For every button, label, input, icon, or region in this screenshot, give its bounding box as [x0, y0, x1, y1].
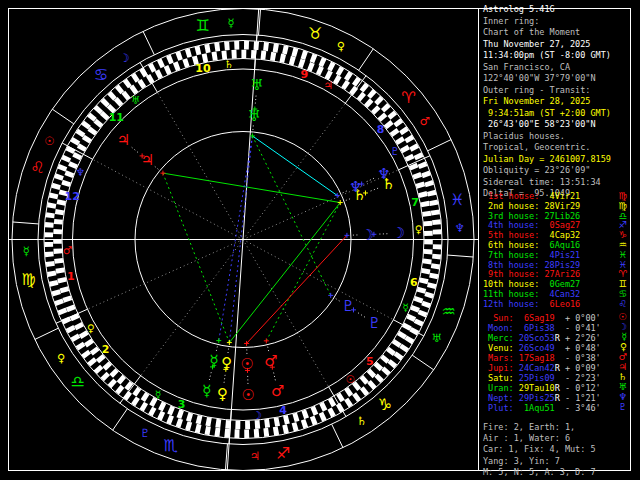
saturn-pointer-outer	[371, 187, 380, 191]
sign-boundary-line	[113, 409, 128, 430]
header-line: Obliquity = 23°26'09"	[483, 165, 630, 177]
house-cusp-spoke	[243, 240, 393, 320]
house-number-4: 4	[279, 404, 287, 417]
mercury-pointer-outer	[209, 372, 211, 382]
planet-row: Merc: 20Sco53R + 2°26'☿	[483, 333, 630, 343]
saturn-pointer-inner	[346, 198, 352, 200]
house-number-2: 2	[102, 343, 110, 356]
sign-glyph-scorpio: ♏	[164, 436, 178, 455]
planet-glyph-neptune-inner: ♆	[349, 178, 362, 196]
sign-ruler-icon-gemini: ☿	[228, 16, 235, 30]
header-line: Chart of the Moment	[483, 27, 630, 39]
sign-ruler-icon-capricorn: ♄	[357, 414, 367, 428]
sign-ruler-icon-leo: ☉	[44, 134, 54, 148]
house-cusp-spoke	[157, 92, 243, 239]
house-ruler-icon-3: ☿	[155, 388, 161, 400]
sign-glyph-sagittarius: ♐	[276, 444, 290, 463]
header-line: Sidereal time: 13:51:34	[483, 177, 630, 189]
house-cusp-spoke	[87, 240, 243, 310]
chart-header-block: Astrolog 5.41GInner ring:Chart of the Mo…	[483, 4, 630, 200]
element-statistics: Fire: 2, Earth: 1,Air : 1, Water: 6Car: …	[483, 422, 630, 478]
house-number-6: 6	[410, 276, 418, 289]
house-ruler-icon-4: ☽	[253, 409, 262, 421]
aspect-line-uranus-mercury	[219, 136, 253, 341]
planet-glyph-jupiter-outer: ♃	[117, 131, 130, 149]
house-number-10: 10	[195, 62, 211, 75]
sign-glyph-aries: ♈	[401, 88, 415, 107]
house-cusp-spoke	[243, 240, 329, 387]
sign-ruler-icon-pisces: ♆	[455, 221, 465, 235]
sign-boundary-line	[447, 255, 473, 257]
house-cusp-list: 1st house: 4Vir21♍ 2nd house: 28Vir29♍ 3…	[483, 192, 630, 310]
planet-glyph-pluto-outer: ♇	[367, 314, 380, 332]
stats-line: Car: 1, Fix: 4, Mut: 5	[483, 444, 630, 455]
aspect-line-sun-moon	[247, 235, 347, 343]
aspect-line-jupiter-venus	[163, 173, 229, 342]
mercury-marker-inner	[216, 338, 221, 343]
sign-ruler-icon-sagittarius: ♃	[250, 449, 260, 463]
planet-glyph-sun-outer: ☉	[242, 386, 255, 404]
house-number-11: 11	[109, 111, 124, 124]
sign-ruler-icon-scorpio: ♇	[140, 426, 150, 440]
sign-boundary-line	[13, 222, 39, 224]
jupiter-pointer-outer	[130, 146, 138, 152]
header-line: San Francisco, CA	[483, 62, 630, 74]
mars-marker-inner	[264, 338, 269, 343]
house-row: 12th house: 6Leo16♌	[483, 300, 630, 310]
stats-line: Air : 1, Water: 6	[483, 433, 630, 444]
sign-glyph-leo: ♌	[30, 158, 44, 177]
header-line: Outer ring - Transit:	[483, 85, 630, 97]
header-line: Fri November 28, 2025	[483, 96, 630, 108]
header-line: 26°43'00"E 58°23'00"N	[483, 119, 630, 131]
sign-ruler-icon-aquarius: ♅	[431, 331, 441, 345]
house-ruler-icon-1: ♂	[63, 244, 72, 256]
planet-glyph-uranus-outer: ♅	[250, 76, 263, 94]
header-line: Inner ring:	[483, 16, 630, 28]
planet-row: Uran: 29Tau10R - 0°12'♅	[483, 383, 630, 393]
sign-glyph-libra: ♎	[70, 372, 84, 391]
sign-boundary-line	[332, 424, 343, 447]
house-number-7: 7	[411, 196, 419, 209]
planet-glyph-venus-outer: ♀	[217, 385, 228, 403]
header-line: 9:34:51am (ST +2:00 GMT)	[483, 108, 630, 120]
venus-pointer-outer	[224, 375, 225, 385]
house-number-1: 1	[67, 270, 75, 283]
sign-glyph-virgo: ♍	[22, 270, 36, 289]
sign-glyph-taurus: ♉	[308, 24, 322, 43]
pluto-marker-inner	[328, 293, 333, 298]
plut-icon: ♇	[618, 402, 627, 412]
sign-boundary-line	[428, 140, 451, 151]
sign-glyph-capricorn: ♑	[378, 395, 392, 414]
sign-ruler-icon-cancer: ☽	[119, 51, 129, 65]
sign-icon: ♌	[618, 299, 627, 309]
sign-glyph-aquarius: ♒	[442, 302, 456, 321]
neptune-pointer-outer	[367, 177, 376, 181]
neptune-pointer-inner	[343, 190, 349, 193]
planet-glyph-moon-outer: ☽	[392, 224, 405, 242]
sign-boundary-line	[412, 355, 433, 370]
jupiter-marker-inner	[160, 171, 165, 176]
aspect-line-jupiter-saturn	[163, 173, 340, 202]
header-line: Thu November 27, 2025	[483, 39, 630, 51]
house-number-9: 9	[301, 68, 309, 81]
sign-glyph-pisces: ♓	[450, 190, 464, 209]
planet-glyph-neptune-outer: ♆	[377, 165, 390, 183]
planet-row: Nept: 29Pis25R - 1°21'♆	[483, 393, 630, 403]
house-ruler-icon-11: ♅	[131, 94, 140, 106]
jupiter-pointer-inner	[153, 165, 158, 169]
planet-row: Moon: 6Pis38 - 0°41'☽	[483, 323, 630, 333]
stats-line: Fire: 2, Earth: 1,	[483, 422, 630, 433]
sign-boundary-line	[359, 49, 374, 70]
header-line: Julian Day = 2461007.8159	[483, 154, 630, 166]
planet-glyph-mars-outer: ♂	[271, 382, 284, 400]
house-ruler-icon-5: ☉	[346, 373, 355, 385]
mars-pointer-outer	[274, 373, 276, 383]
planet-row: Satu: 25Pis09 - 2°23'♄	[483, 373, 630, 383]
sign-glyph-gemini: ♊	[196, 16, 210, 35]
stats-line: M: 5, N: 5, A: 3, D: 7	[483, 467, 630, 478]
house-ruler-icon-2: ♀	[87, 322, 95, 334]
sign-ruler-icon-aries: ♂	[420, 114, 430, 128]
house-cusp-spoke	[243, 170, 399, 240]
planet-row: Plut: 1Aqu51 - 3°46'♇	[483, 403, 630, 413]
planet-row: Jupi: 24Can42R + 0°09'♃	[483, 363, 630, 373]
